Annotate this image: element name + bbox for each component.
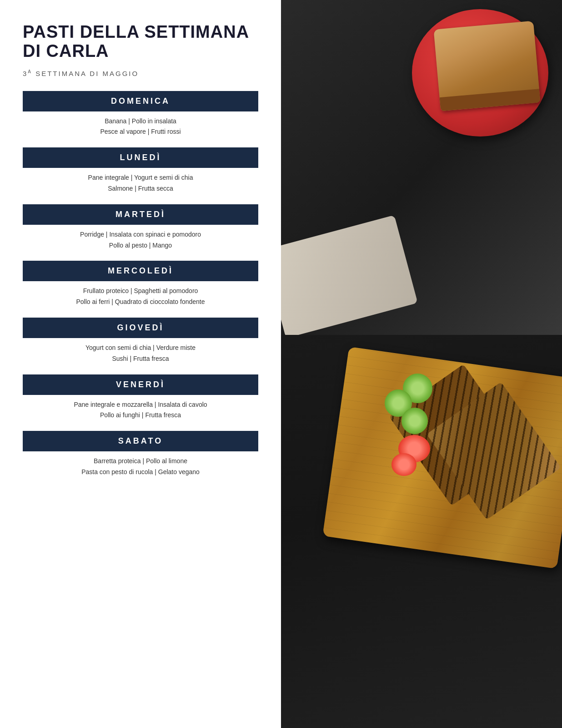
day-header-0: DOMENICA [23, 91, 258, 111]
day-header-6: SABATO [23, 431, 258, 451]
day-meals-3: Frullato proteico | Spaghetti al pomodor… [23, 286, 258, 308]
day-header-4: GIOVEDÌ [23, 318, 258, 338]
day-meals-4: Yogurt con semi di chia | Verdure misteS… [23, 343, 258, 364]
day-meals-5: Pane integrale e mozzarella | Insalata d… [23, 399, 258, 421]
food-image-top [281, 0, 562, 349]
food-image-bottom [281, 335, 562, 728]
day-meals-1: Pane integrale | Yogurt e semi di chiaSa… [23, 172, 258, 194]
day-header-3: MERCOLEDÌ [23, 261, 258, 281]
day-block-mercoledì: MERCOLEDÌFrullato proteico | Spaghetti a… [23, 261, 258, 308]
page-title: PASTI DELLA SETTIMANA DI CARLA [23, 23, 258, 61]
subtitle: 3a SETTIMANA DI MAGGIO [23, 69, 258, 77]
days-container: DOMENICABanana | Pollo in insalataPesce … [23, 91, 258, 488]
day-block-domenica: DOMENICABanana | Pollo in insalataPesce … [23, 91, 258, 138]
left-panel: PASTI DELLA SETTIMANA DI CARLA 3a SETTIM… [0, 0, 281, 728]
day-block-sabato: SABATOBarretta proteica | Pollo al limon… [23, 431, 258, 478]
day-block-venerdì: VENERDÌPane integrale e mozzarella | Ins… [23, 374, 258, 421]
food-background [281, 0, 562, 728]
day-header-5: VENERDÌ [23, 374, 258, 395]
day-block-giovedì: GIOVEDÌYogurt con semi di chia | Verdure… [23, 318, 258, 364]
right-panel [281, 0, 562, 728]
day-meals-6: Barretta proteica | Pollo al limonePasta… [23, 456, 258, 478]
day-block-martedì: MARTEDÌPorridge | Insalata con spinaci e… [23, 204, 258, 251]
day-meals-2: Porridge | Insalata con spinaci e pomodo… [23, 229, 258, 251]
day-header-1: LUNEDÌ [23, 147, 258, 168]
day-meals-0: Banana | Pollo in insalataPesce al vapor… [23, 116, 258, 138]
day-header-2: MARTEDÌ [23, 204, 258, 225]
day-block-lunedì: LUNEDÌPane integrale | Yogurt e semi di … [23, 147, 258, 194]
